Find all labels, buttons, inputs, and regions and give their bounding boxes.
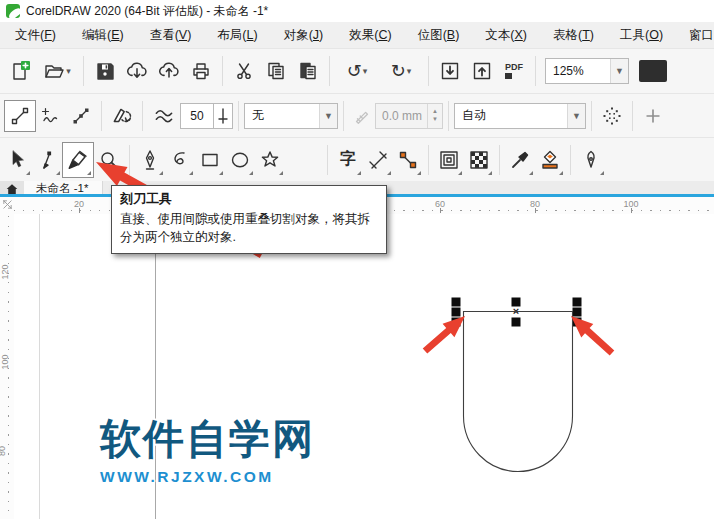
pdf-icon: PDF [505, 63, 523, 79]
pick-tool[interactable] [2, 143, 32, 177]
ellipse-icon [229, 149, 251, 171]
export-button[interactable] [466, 54, 498, 88]
selection-handle[interactable] [573, 318, 582, 327]
selection-handle[interactable] [573, 298, 582, 307]
open-document-button[interactable]: ▾ [36, 54, 78, 88]
window-title: CorelDRAW 2020 (64-Bit 评估版) - 未命名 -1* [26, 3, 268, 20]
selection-handle[interactable] [452, 318, 461, 327]
dimension-tool[interactable] [363, 143, 393, 177]
shape-node-icon [36, 149, 58, 171]
menu-item-1[interactable]: 编辑(E) [69, 23, 137, 48]
knife-tool[interactable] [62, 142, 94, 178]
connector-tool[interactable] [393, 143, 423, 177]
standard-toolbar: ▾ ↺▾ ↻▾ PDF 125% ▼ [0, 48, 714, 93]
chevron-down-icon[interactable]: ▾ [66, 66, 71, 76]
menu-item-9[interactable]: 工具(O) [607, 23, 676, 48]
zoom-level-select[interactable]: 125% ▼ [545, 58, 629, 84]
smoothing-input[interactable]: 50 [180, 103, 214, 129]
redo-icon: ↻ [391, 62, 406, 80]
clipped-toolbar-icon[interactable] [639, 60, 667, 82]
new-document-icon [9, 60, 31, 82]
smoothing-slider-button[interactable] [214, 103, 233, 129]
new-document-button[interactable] [4, 54, 36, 88]
selection-handle[interactable] [452, 308, 461, 317]
chevron-down-icon[interactable]: ▾ [407, 66, 412, 76]
menu-item-6[interactable]: 位图(B) [405, 23, 473, 48]
bspline-tool[interactable] [165, 143, 195, 177]
menu-item-7[interactable]: 文本(X) [472, 23, 540, 48]
outline-width-select[interactable]: 无 ▼ [244, 103, 338, 129]
cut-span-width-value: 0.0 mm [376, 109, 427, 123]
chevron-down-icon[interactable]: ▾ [363, 66, 368, 76]
paste-button[interactable] [292, 54, 324, 88]
watermark-url: WWW.RJZXW.COM [100, 468, 315, 486]
transparency-tool[interactable] [464, 143, 494, 177]
flyout-indicator [387, 171, 391, 175]
outline-pen-tool[interactable] [576, 143, 606, 177]
cut-button[interactable] [228, 54, 260, 88]
two-point-line-mode-button[interactable] [4, 100, 36, 132]
propbar-separator [448, 101, 449, 131]
shape-tool[interactable] [32, 143, 62, 177]
propbar-separator [343, 101, 344, 131]
cut-span-width-input[interactable]: 0.0 mm ▲▼ [375, 103, 443, 129]
ruler-origin-button[interactable] [1, 195, 14, 213]
rectangle-icon [199, 149, 221, 171]
menu-item-10[interactable]: 窗口(W) [676, 23, 714, 48]
redo-button[interactable]: ↻▾ [379, 54, 423, 88]
vertical-ruler: 12010080 [0, 214, 14, 519]
menu-item-3[interactable]: 布局(L) [204, 23, 270, 48]
chevron-down-icon: ▼ [567, 104, 585, 128]
selection-handle[interactable] [573, 308, 582, 317]
star-icon [259, 149, 281, 171]
flyout-indicator [87, 171, 91, 175]
tooltip-body: 直接、使用间隙或使用重叠切割对象，将其拆分为两个独立的对象. [120, 210, 378, 246]
cloud-save-button[interactable] [153, 54, 185, 88]
publish-to-pdf-button[interactable]: PDF [498, 54, 530, 88]
contour-icon [438, 149, 460, 171]
menu-item-8[interactable]: 表格(T) [540, 23, 607, 48]
propbar-separator [632, 101, 633, 131]
coreldraw-window: CorelDRAW 2020 (64-Bit 评估版) - 未命名 -1* 文件… [0, 0, 714, 519]
import-button[interactable] [434, 54, 466, 88]
cloud-open-button[interactable] [121, 54, 153, 88]
rectangle-tool[interactable] [195, 143, 225, 177]
bezier-mode-button[interactable] [66, 101, 96, 131]
spinner-arrows-icon[interactable]: ▲▼ [427, 104, 442, 128]
eyedropper-tool[interactable] [505, 143, 535, 177]
toolbox-separator [428, 145, 429, 175]
auto-close-cut-button[interactable] [107, 101, 137, 131]
text-tool[interactable]: 字 [333, 143, 363, 177]
selection-handle[interactable] [452, 298, 461, 307]
interactive-fill-tool[interactable] [535, 143, 565, 177]
undo-button[interactable]: ↺▾ [335, 54, 379, 88]
checkerboard-icon [468, 149, 490, 171]
menu-item-5[interactable]: 效果(C) [336, 23, 404, 48]
polygon-tool[interactable] [255, 143, 285, 177]
selection-handle[interactable] [512, 318, 521, 327]
menu-item-0[interactable]: 文件(F) [2, 23, 69, 48]
copy-icon [265, 60, 287, 82]
hruler-tick [631, 208, 632, 213]
add-preset-button[interactable] [638, 101, 668, 131]
menu-item-4[interactable]: 对象(J) [271, 23, 337, 48]
text-tool-glyph: 字 [340, 149, 356, 170]
contour-tool[interactable] [434, 143, 464, 177]
ellipse-tool[interactable] [225, 143, 255, 177]
zoom-tool[interactable] [94, 143, 124, 177]
import-icon [439, 60, 461, 82]
selection-center-marker[interactable]: × [513, 306, 519, 317]
pick-arrow-icon [6, 149, 28, 171]
copy-button[interactable] [260, 54, 292, 88]
cut-icon [233, 60, 255, 82]
freehand-mode-button[interactable] [36, 101, 66, 131]
snap-to-button[interactable] [597, 101, 627, 131]
open-folder-icon [43, 60, 65, 82]
cut-span-mode-select[interactable]: 自动 ▼ [454, 103, 586, 129]
menu-item-2[interactable]: 查看(V) [137, 23, 205, 48]
chevron-down-icon: ▼ [610, 59, 628, 83]
propbar-separator [142, 101, 143, 131]
print-button[interactable] [185, 54, 217, 88]
pen-tool[interactable] [135, 143, 165, 177]
save-button[interactable] [89, 54, 121, 88]
